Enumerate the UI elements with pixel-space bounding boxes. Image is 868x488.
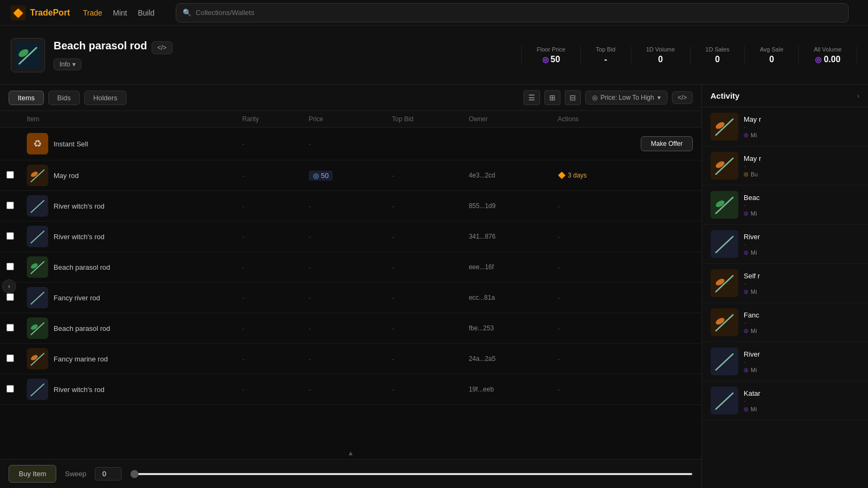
code-button[interactable]: </> xyxy=(152,41,173,54)
col-price: Price xyxy=(302,111,386,128)
tabs-toolbar: Items Bids Holders ☰ ⊞ ⊟ ◎ Price: Low To… xyxy=(0,85,701,111)
logo[interactable]: 🔶 TradePort xyxy=(11,5,70,20)
row-checkbox[interactable] xyxy=(6,354,14,362)
row-checkbox[interactable] xyxy=(6,324,14,331)
view-list[interactable]: ☰ xyxy=(523,90,540,105)
search-input[interactable] xyxy=(196,9,842,17)
embed-button[interactable]: </> xyxy=(672,91,693,104)
activity-item[interactable]: River - ◎ Mi xyxy=(702,225,868,264)
view-grid-small[interactable]: ⊞ xyxy=(544,90,560,105)
activity-action-label: Mi xyxy=(751,249,757,256)
table-row: Beach parasol rod - - - fbe...253 - xyxy=(0,313,701,344)
search-bar[interactable]: 🔍 xyxy=(176,3,849,23)
nav-mint[interactable]: Mint xyxy=(113,9,127,17)
svg-text:🔶: 🔶 xyxy=(13,8,24,18)
activity-item[interactable]: Fanc - ◎ Mi xyxy=(702,303,868,342)
sol-icon-2: ◎ xyxy=(815,55,821,64)
activity-item[interactable]: River - ◎ Mi xyxy=(702,342,868,381)
item-cell: River witch's rod xyxy=(27,379,229,400)
activity-dash: - xyxy=(744,280,859,287)
nav-build[interactable]: Build xyxy=(138,9,154,17)
tab-items[interactable]: Items xyxy=(9,91,44,105)
row-checkbox[interactable] xyxy=(6,171,14,179)
col-top-bid: Top Bid xyxy=(386,111,462,128)
col-actions: Actions xyxy=(551,111,701,128)
row-checkbox[interactable] xyxy=(6,293,14,301)
activity-header: Activity › xyxy=(702,85,868,107)
activity-info: Katar - ◎ Mi xyxy=(744,389,859,412)
all-volume-value: 0.00 xyxy=(824,55,840,64)
activity-action-label: Mi xyxy=(751,328,757,334)
table-row: Fancy marine rod - - - 24a...2a5 - xyxy=(0,344,701,374)
table-container: Item Rarity Price Top Bid Owner Actions xyxy=(0,111,701,447)
sort-icon: ◎ xyxy=(592,94,597,101)
nav-trade[interactable]: Trade xyxy=(83,9,102,17)
sweep-input[interactable] xyxy=(95,467,122,480)
tab-holders[interactable]: Holders xyxy=(84,91,126,105)
right-panel: Activity › May r - ◎ Mi xyxy=(702,85,868,488)
stats-bar: Floor Price ◎ 50 Top Bid - 1D Volume 0 1… xyxy=(521,46,857,64)
sort-dropdown[interactable]: ◎ Price: Low To High ▾ xyxy=(585,91,668,105)
row-checkbox[interactable] xyxy=(6,202,14,209)
sweep-slider[interactable] xyxy=(130,473,693,475)
activity-action-label: Mi xyxy=(751,367,757,373)
item-name: Beach parasol rod xyxy=(54,263,110,271)
svg-line-7 xyxy=(31,201,44,212)
make-offer-button[interactable]: Make Offer xyxy=(641,136,693,151)
svg-line-29 xyxy=(716,393,733,409)
activity-action-label: Mi xyxy=(751,289,757,295)
buy-item-button[interactable]: Buy Item xyxy=(9,465,56,483)
collection-header: Beach parasol rod </> Info ▾ Floor Price… xyxy=(0,26,868,85)
nav-links: Trade Mint Build xyxy=(83,9,155,17)
instant-sell-icon: ♻ xyxy=(27,133,48,154)
activity-dash: - xyxy=(744,358,859,366)
activity-item[interactable]: Beac - ◎ Mi xyxy=(702,186,868,225)
info-dropdown[interactable]: Info ▾ xyxy=(54,58,81,70)
activity-thumbnail xyxy=(710,347,738,375)
activity-thumbnail xyxy=(710,308,738,336)
col-owner: Owner xyxy=(462,111,551,128)
svg-point-22 xyxy=(715,199,726,209)
activity-item[interactable]: Self r - ◎ Mi xyxy=(702,264,868,303)
left-nav-arrow[interactable]: ‹ xyxy=(2,279,16,293)
chevron-down-icon-sort: ▾ xyxy=(657,94,661,101)
row-checkbox[interactable] xyxy=(6,385,14,393)
svg-point-13 xyxy=(30,323,39,331)
svg-line-16 xyxy=(31,384,44,396)
stat-avg-sale: Avg Sale 0 xyxy=(745,46,799,64)
collection-info: Beach parasol rod </> Info ▾ xyxy=(54,40,508,70)
activity-name: Beac xyxy=(744,194,859,202)
chevron-bar[interactable]: ▲ xyxy=(0,447,701,459)
view-grid-large[interactable]: ⊟ xyxy=(565,90,581,105)
days-badge: 🔶 3 days xyxy=(558,172,695,179)
row-checkbox[interactable] xyxy=(6,232,14,240)
activity-action: ◎ Mi xyxy=(744,210,859,217)
sort-label: Price: Low To High xyxy=(601,94,654,101)
topnav: 🔶 TradePort Trade Mint Build 🔍 xyxy=(0,0,868,26)
instant-sell-label: Instant Sell xyxy=(54,140,88,148)
activity-item[interactable]: May r - ◎ Mi xyxy=(702,107,868,146)
activity-dash: - xyxy=(744,397,859,405)
item-cell: Fancy river rod xyxy=(27,287,229,308)
activity-name: Self r xyxy=(744,272,859,280)
row-checkbox[interactable] xyxy=(6,263,14,270)
activity-action-label: Mi xyxy=(751,132,757,138)
activity-arrow[interactable]: › xyxy=(857,92,859,100)
collection-icon xyxy=(11,38,45,72)
item-thumbnail xyxy=(27,348,48,369)
activity-item[interactable]: Katar - ◎ Mi xyxy=(702,381,868,420)
tab-bids[interactable]: Bids xyxy=(48,91,80,105)
items-table: Item Rarity Price Top Bid Owner Actions xyxy=(0,111,701,405)
activity-action: ◎ Mi xyxy=(744,132,859,138)
activity-action-label: Mi xyxy=(751,210,757,217)
activity-name: May r xyxy=(744,115,859,123)
activity-info: May r - ◎ Bu xyxy=(744,154,859,178)
activity-sol-icon: ◎ xyxy=(744,328,749,334)
svg-line-23 xyxy=(716,236,733,253)
svg-point-6 xyxy=(30,171,39,178)
item-cell: Beach parasol rod xyxy=(27,256,229,278)
item-cell: Beach parasol rod xyxy=(27,317,229,339)
activity-item[interactable]: May r - ◎ Bu xyxy=(702,146,868,186)
table-row: River witch's rod - - - 341...876 - xyxy=(0,221,701,252)
svg-point-15 xyxy=(30,354,39,361)
